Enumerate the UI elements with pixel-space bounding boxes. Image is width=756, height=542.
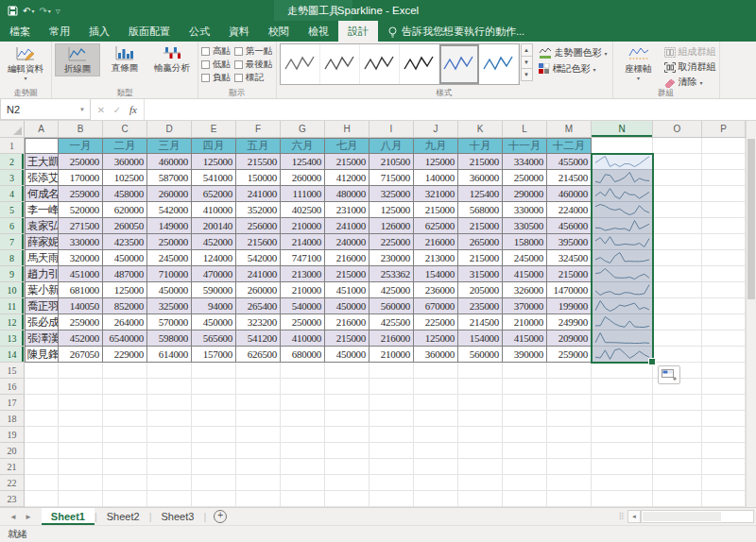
value-cell[interactable]: 215000	[458, 218, 503, 234]
value-cell[interactable]: 402500	[281, 202, 325, 218]
sparkline-cell[interactable]	[592, 330, 653, 347]
value-cell[interactable]: 215500	[236, 154, 281, 170]
value-cell[interactable]: 325000	[369, 186, 414, 202]
cell[interactable]	[702, 298, 746, 314]
cell[interactable]	[147, 427, 192, 443]
cell[interactable]	[369, 459, 414, 475]
cell[interactable]	[503, 395, 547, 411]
cell[interactable]	[147, 443, 192, 459]
sparkline-style-2[interactable]	[320, 44, 360, 84]
value-cell[interactable]: 360000	[414, 347, 458, 363]
ribbon-tab-設計[interactable]: 設計	[338, 21, 378, 42]
insert-function-icon[interactable]: fx	[126, 104, 141, 115]
cell[interactable]	[147, 363, 192, 379]
cell[interactable]	[325, 427, 369, 443]
value-cell[interactable]: 458000	[103, 186, 147, 202]
value-cell[interactable]: 410000	[281, 330, 325, 347]
marker-color-button[interactable]: 標記色彩 ▾	[539, 62, 608, 76]
name-cell[interactable]: 張添艾	[25, 170, 59, 186]
cell[interactable]	[281, 411, 325, 427]
cell[interactable]	[458, 379, 503, 395]
cell[interactable]	[192, 475, 236, 491]
cell[interactable]	[103, 443, 147, 459]
cell[interactable]	[702, 459, 746, 475]
value-cell[interactable]: 210000	[281, 282, 325, 298]
value-cell[interactable]: 125400	[281, 154, 325, 170]
row-header-4[interactable]: 4	[0, 186, 25, 202]
column-header-C[interactable]: C	[103, 121, 147, 138]
value-cell[interactable]: 224000	[547, 202, 592, 218]
value-cell[interactable]: 541200	[236, 330, 281, 347]
value-cell[interactable]: 487000	[103, 266, 147, 282]
value-cell[interactable]: 626500	[236, 347, 281, 363]
value-cell[interactable]: 260000	[236, 282, 281, 298]
ribbon-tab-檔案[interactable]: 檔案	[0, 21, 40, 42]
column-header-L[interactable]: L	[503, 121, 547, 138]
cell[interactable]	[236, 443, 281, 459]
value-cell[interactable]: 352000	[236, 202, 281, 218]
column-header-N[interactable]: N	[592, 121, 653, 138]
value-cell[interactable]: 451000	[59, 266, 103, 282]
cell[interactable]	[503, 475, 547, 491]
value-cell[interactable]: 215000	[414, 202, 458, 218]
cell[interactable]	[369, 363, 414, 379]
row-header-8[interactable]: 8	[0, 250, 25, 266]
sparkline-cell[interactable]	[592, 154, 653, 170]
sparkline-cell[interactable]	[592, 202, 653, 218]
cell[interactable]	[702, 475, 746, 491]
sparkline-style-5[interactable]	[439, 44, 479, 84]
value-cell[interactable]: 240000	[325, 234, 369, 250]
value-cell[interactable]: 229000	[103, 347, 147, 363]
cell[interactable]	[147, 395, 192, 411]
ribbon-tab-資料[interactable]: 資料	[219, 21, 259, 42]
tab-split-handle[interactable]: ⁞⁞	[615, 508, 627, 525]
new-sheet-button[interactable]: +	[206, 508, 234, 525]
save-icon[interactable]	[8, 6, 18, 16]
value-cell[interactable]: 125400	[458, 186, 503, 202]
cell[interactable]	[414, 443, 458, 459]
cell[interactable]	[653, 282, 702, 298]
checkbox-第一點[interactable]: 第一點	[234, 45, 273, 57]
value-cell[interactable]: 245000	[147, 250, 192, 266]
cell[interactable]	[325, 411, 369, 427]
column-header-M[interactable]: M	[547, 121, 592, 138]
sheet-nav-right-icon[interactable]: ►	[25, 513, 32, 521]
cell[interactable]	[236, 411, 281, 427]
cell[interactable]	[25, 475, 59, 491]
value-cell[interactable]: 450000	[325, 347, 369, 363]
value-cell[interactable]: 326000	[503, 282, 547, 298]
cell[interactable]	[236, 427, 281, 443]
value-cell[interactable]: 216000	[369, 330, 414, 347]
value-cell[interactable]: 470000	[192, 266, 236, 282]
name-cell[interactable]: 何成名	[25, 186, 59, 202]
cell[interactable]	[325, 459, 369, 475]
value-cell[interactable]: 216000	[325, 314, 369, 330]
cell[interactable]	[59, 459, 103, 475]
cell[interactable]	[59, 411, 103, 427]
value-cell[interactable]: 330000	[59, 234, 103, 250]
sparkline-cell[interactable]	[592, 170, 653, 186]
cell[interactable]	[547, 491, 592, 507]
undo-button[interactable]: ↶▾	[23, 6, 34, 16]
value-cell[interactable]: 149000	[147, 218, 192, 234]
value-cell[interactable]: 216000	[325, 250, 369, 266]
cell[interactable]	[547, 411, 592, 427]
enter-icon[interactable]: ✓	[110, 105, 125, 115]
value-cell[interactable]: 747100	[281, 250, 325, 266]
value-cell[interactable]: 456000	[547, 218, 592, 234]
cell[interactable]	[702, 138, 746, 154]
cell[interactable]	[59, 491, 103, 507]
value-cell[interactable]: 560000	[458, 347, 503, 363]
cell[interactable]	[592, 395, 653, 411]
value-cell[interactable]: 540000	[281, 298, 325, 314]
value-cell[interactable]: 215000	[325, 330, 369, 347]
cell[interactable]	[702, 282, 746, 298]
customize-qat-button[interactable]: ▿	[56, 6, 60, 16]
cell[interactable]	[653, 298, 702, 314]
cell[interactable]	[192, 411, 236, 427]
value-cell[interactable]: 140000	[414, 170, 458, 186]
cell[interactable]	[414, 491, 458, 507]
value-cell[interactable]: 210500	[369, 154, 414, 170]
value-cell[interactable]: 450000	[103, 250, 147, 266]
value-cell[interactable]: 451000	[325, 282, 369, 298]
